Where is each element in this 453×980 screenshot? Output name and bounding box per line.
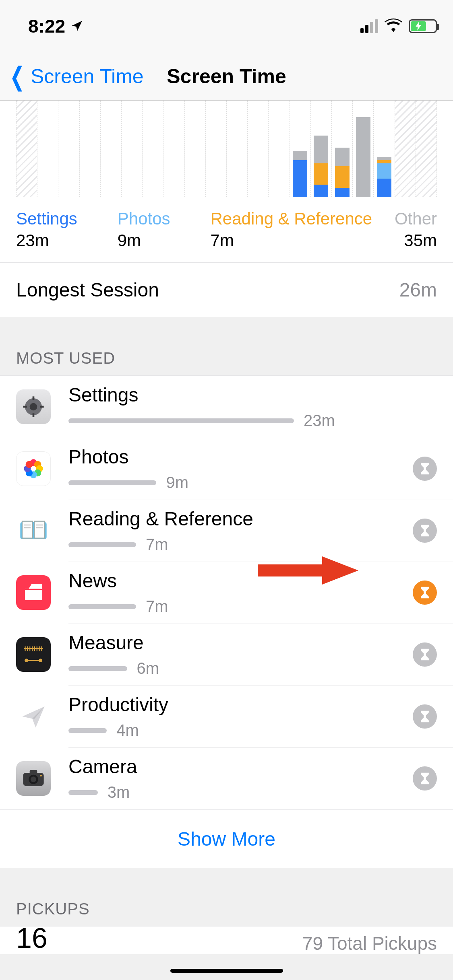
hourglass-limit-icon[interactable]: [413, 642, 437, 667]
chart-column: [121, 101, 142, 197]
hourglass-limit-icon[interactable]: [413, 704, 437, 729]
chart-column: [247, 101, 268, 197]
chart-column: [184, 101, 205, 197]
app-name: News: [68, 570, 405, 592]
chart-column: [79, 101, 100, 197]
settings-app-icon: [16, 389, 51, 424]
app-row-camera[interactable]: Camera3m: [0, 747, 453, 809]
legend-settings[interactable]: Settings 23m: [16, 209, 77, 250]
app-body: Settings23m: [68, 384, 437, 430]
legend-label: Photos: [118, 209, 170, 229]
usage-bar: [68, 480, 156, 485]
usage-value: 7m: [146, 535, 168, 554]
usage-value: 23m: [304, 412, 335, 430]
usage-value: 7m: [146, 597, 168, 616]
usage-value: 9m: [166, 474, 188, 492]
hourglass-limit-icon[interactable]: [413, 519, 437, 543]
usage-bar: [68, 666, 127, 671]
usage-bar: [68, 728, 107, 733]
hourglass-limit-icon[interactable]: [413, 766, 437, 791]
app-body: Camera3m: [68, 756, 405, 801]
svg-rect-15: [22, 521, 33, 538]
app-body: News7m: [68, 570, 405, 616]
photos-app-icon: [16, 451, 51, 486]
legend-value: 7m: [211, 231, 372, 250]
usage-value: 6m: [137, 659, 159, 677]
chart-column: [226, 101, 247, 197]
usage-bar: [68, 418, 294, 423]
svg-rect-23: [25, 589, 42, 590]
app-row-book[interactable]: Reading & Reference7m: [0, 500, 453, 562]
chart-column: [163, 101, 184, 197]
chart-column: [37, 101, 58, 197]
status-time: 8:22: [28, 15, 65, 37]
usage-chart-card: Settings 23m Photos 9m Reading & Referen…: [0, 101, 453, 317]
app-body: Productivity4m: [68, 694, 405, 739]
pickups-header: PICKUPS: [0, 868, 453, 926]
measure-app-icon: [16, 637, 51, 672]
svg-rect-16: [34, 521, 45, 538]
chart-column: [100, 101, 121, 197]
status-left: 8:22: [28, 15, 84, 37]
paper-plane-app-icon: [16, 699, 51, 734]
hourglass-limit-active-icon[interactable]: [413, 581, 437, 605]
app-name: Productivity: [68, 694, 405, 716]
show-more-button[interactable]: Show More: [0, 810, 453, 868]
book-app-icon: [16, 513, 51, 548]
legend-other[interactable]: Other 35m: [395, 209, 437, 250]
legend-value: 23m: [16, 231, 77, 250]
longest-session-label: Longest Session: [16, 279, 159, 301]
legend-value: 35m: [395, 231, 437, 250]
longest-session-row: Longest Session 26m: [0, 263, 453, 317]
chart-column: [331, 101, 352, 197]
app-row-paper-plane[interactable]: Productivity4m: [0, 686, 453, 747]
svg-rect-24: [19, 640, 48, 669]
chart-column: [352, 101, 373, 197]
chart-legend: Settings 23m Photos 9m Reading & Referen…: [0, 197, 453, 263]
chart-column: [373, 101, 394, 197]
legend-reading[interactable]: Reading & Reference 7m: [211, 209, 372, 250]
status-right: [360, 15, 437, 37]
legend-label: Reading & Reference: [211, 209, 372, 229]
pickups-summary: 16 79 Total Pickups: [0, 926, 453, 954]
legend-label: Settings: [16, 209, 77, 229]
app-row-news[interactable]: News7m: [0, 562, 453, 624]
app-name: Reading & Reference: [68, 508, 405, 530]
legend-photos[interactable]: Photos 9m: [118, 209, 170, 250]
app-name: Photos: [68, 446, 405, 468]
app-name: Measure: [68, 632, 405, 654]
app-row-photos[interactable]: Photos9m: [0, 438, 453, 500]
location-arrow-icon: [71, 15, 84, 37]
usage-bar-chart[interactable]: [16, 101, 437, 197]
camera-app-icon: [16, 761, 51, 796]
home-indicator[interactable]: [170, 969, 283, 973]
back-button[interactable]: ❮ Screen Time: [6, 64, 144, 89]
hourglass-limit-icon[interactable]: [413, 457, 437, 481]
svg-rect-21: [25, 589, 42, 600]
app-body: Measure6m: [68, 632, 405, 677]
usage-value: 4m: [116, 721, 139, 739]
app-row-measure[interactable]: Measure6m: [0, 624, 453, 686]
longest-session-value: 26m: [399, 279, 437, 301]
cellular-signal-icon: [360, 19, 378, 33]
status-bar: 8:22: [0, 0, 453, 52]
wifi-icon: [385, 15, 402, 37]
chart-column: [395, 101, 416, 197]
battery-icon: [409, 19, 437, 33]
chart-column: [142, 101, 163, 197]
svg-point-41: [40, 775, 42, 777]
app-row-settings[interactable]: Settings23m: [0, 376, 453, 438]
chart-column: [416, 101, 437, 197]
chart-column: [58, 101, 79, 197]
pickups-count: 16: [16, 926, 48, 954]
page-title: Screen Time: [167, 65, 286, 88]
pickups-total: 79 Total Pickups: [302, 933, 437, 954]
legend-value: 9m: [118, 231, 170, 250]
app-name: Settings: [68, 384, 437, 406]
legend-label: Other: [395, 209, 437, 229]
svg-point-40: [31, 776, 36, 782]
app-name: Camera: [68, 756, 405, 778]
chart-column: [268, 101, 289, 197]
app-body: Photos9m: [68, 446, 405, 492]
most-used-header: MOST USED: [0, 317, 453, 375]
